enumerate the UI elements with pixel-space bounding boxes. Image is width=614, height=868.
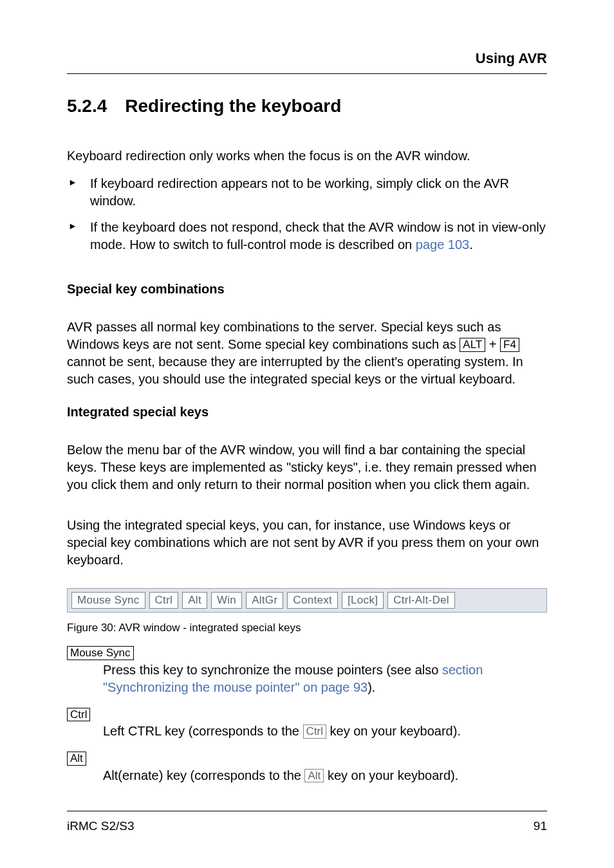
- def-alt: Alt Alt(ernate) key (corresponds to the …: [67, 752, 547, 791]
- def-term: Alt: [67, 752, 547, 766]
- text: Alt(ernate) key (corresponds to the: [103, 768, 304, 782]
- footer-left: iRMC S2/S3: [67, 819, 135, 833]
- text: AVR passes all normal key combinations t…: [67, 320, 501, 351]
- bullet-item: If keyboard redirection appears not to b…: [67, 175, 547, 210]
- integrated-para2: Using the integrated special keys, you c…: [67, 517, 547, 569]
- def-desc: Press this key to synchronize the mouse …: [103, 661, 547, 696]
- text: key on your keyboard).: [326, 724, 461, 738]
- def-term: Ctrl: [67, 708, 547, 722]
- bullet-list: If keyboard redirection appears not to b…: [67, 175, 547, 263]
- header-title: Using AVR: [476, 50, 547, 66]
- bullet-text: If keyboard redirection appears not to b…: [90, 176, 509, 208]
- section-heading: 5.2.4Redirecting the keyboard: [67, 96, 547, 116]
- keybar-lock-button[interactable]: [Lock]: [342, 592, 384, 609]
- def-ctrl: Ctrl Left CTRL key (corresponds to the C…: [67, 708, 547, 747]
- special-combos-paragraph: AVR passes all normal key combinations t…: [67, 319, 547, 388]
- keybar-ctrl-alt-del-button[interactable]: Ctrl-Alt-Del: [387, 592, 455, 609]
- subheading-integrated-keys: Integrated special keys: [67, 405, 547, 420]
- keycap-ctrl: Ctrl: [67, 708, 90, 722]
- keybar-ctrl-button[interactable]: Ctrl: [149, 592, 179, 609]
- def-term: Mouse Sync: [67, 646, 547, 660]
- text: Left CTRL key (corresponds to the: [103, 724, 303, 738]
- keycap-ctrl-inline: Ctrl: [303, 725, 326, 739]
- page-link[interactable]: page 103: [416, 237, 469, 252]
- keybar-context-button[interactable]: Context: [287, 592, 338, 609]
- text: Press this key to synchronize the mouse …: [103, 663, 442, 677]
- def-mouse-sync: Mouse Sync Press this key to synchronize…: [67, 646, 547, 703]
- page-header: Using AVR: [67, 50, 547, 74]
- keycap-f4: F4: [500, 338, 519, 352]
- bullet-text: .: [469, 237, 473, 252]
- page: Using AVR 5.2.4Redirecting the keyboard …: [0, 0, 614, 868]
- keybar-figure: Mouse Sync Ctrl Alt Win AltGr Context [L…: [67, 588, 547, 613]
- bullet-text: If the keyboard does not respond, check …: [90, 220, 546, 252]
- text: +: [485, 337, 500, 351]
- intro-paragraph: Keyboard redirection only works when the…: [67, 147, 547, 165]
- subheading-special-combos: Special key combinations: [67, 282, 547, 297]
- section-title-text: Redirecting the keyboard: [125, 96, 341, 116]
- keybar-alt-button[interactable]: Alt: [182, 592, 207, 609]
- keycap-alt: Alt: [67, 752, 86, 766]
- bullet-item: If the keyboard does not respond, check …: [67, 219, 547, 254]
- def-desc: Left CTRL key (corresponds to the Ctrl k…: [103, 723, 547, 740]
- text: ).: [367, 680, 375, 694]
- def-desc: Alt(ernate) key (corresponds to the Alt …: [103, 767, 547, 784]
- keycap-mouse-sync: Mouse Sync: [67, 646, 134, 660]
- figure-caption: Figure 30: AVR window - integrated speci…: [67, 622, 547, 634]
- page-footer: iRMC S2/S3 91: [67, 811, 547, 833]
- text: key on your keyboard).: [324, 768, 458, 782]
- text: cannot be sent, because they are interru…: [67, 355, 523, 386]
- keybar-mouse-sync-button[interactable]: Mouse Sync: [71, 592, 145, 609]
- keybar-win-button[interactable]: Win: [211, 592, 242, 609]
- integrated-para1: Below the menu bar of the AVR window, yo…: [67, 441, 547, 494]
- keycap-alt-inline: Alt: [304, 769, 324, 783]
- footer-page-number: 91: [534, 819, 547, 833]
- keycap-alt: ALT: [460, 338, 485, 352]
- special-keys-bar: Mouse Sync Ctrl Alt Win AltGr Context [L…: [67, 588, 547, 613]
- keybar-altgr-button[interactable]: AltGr: [246, 592, 283, 609]
- section-number: 5.2.4: [67, 96, 107, 116]
